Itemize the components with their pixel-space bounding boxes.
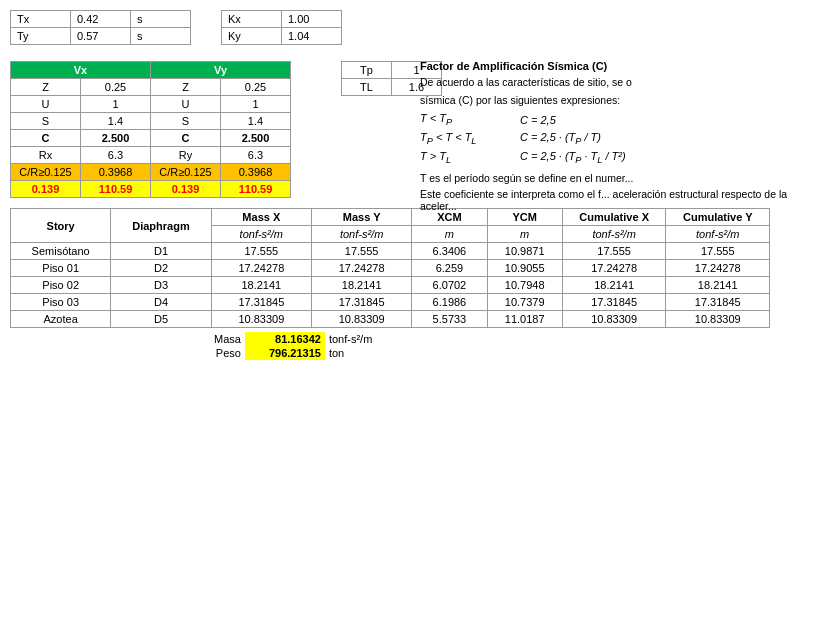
cumy-azotea: 10.83309 xyxy=(666,311,770,328)
cumx-semisotano: 17.555 xyxy=(562,243,666,260)
formula-row-3: T > TL C = 2,5 · (TP · TL / T²) xyxy=(420,150,800,165)
cumy-piso02: 18.2141 xyxy=(666,277,770,294)
massy-piso03: 17.31845 xyxy=(311,294,411,311)
vxvy-row-s: S 1.4 S 1.4 xyxy=(11,113,291,130)
massx-piso03: 17.31845 xyxy=(211,294,311,311)
peso-unit: ton xyxy=(325,346,376,360)
page: Tx 0.42 s Ty 0.57 s Kx 1.00 Ky 1.04 Fact… xyxy=(0,0,829,370)
massy-piso01: 17.24278 xyxy=(311,260,411,277)
masa-row: Masa 81.16342 tonf-s²/m xyxy=(210,332,376,346)
factor-section: Factor de Amplificación Sísmica (C) De a… xyxy=(420,60,800,212)
formula-eq-1: C = 2,5 xyxy=(520,114,556,126)
tx-value: 0.42 xyxy=(71,11,131,28)
vy-u-label: U xyxy=(151,96,221,113)
story-section: Story Diaphragm Mass X Mass Y XCM YCM Cu… xyxy=(10,208,819,360)
ycm-unit: m xyxy=(487,226,562,243)
cumy-semisotano: 17.555 xyxy=(666,243,770,260)
ycm-piso01: 10.9055 xyxy=(487,260,562,277)
vy-z-value: 0.25 xyxy=(221,79,291,96)
vxvy-row-u: U 1 U 1 xyxy=(11,96,291,113)
table-row: Azotea D5 10.83309 10.83309 5.5733 11.01… xyxy=(11,311,770,328)
peso-value: 796.21315 xyxy=(245,346,325,360)
diaphragm-d1: D1 xyxy=(111,243,211,260)
xcm-semisotano: 6.3406 xyxy=(412,243,487,260)
story-table: Story Diaphragm Mass X Mass Y XCM YCM Cu… xyxy=(10,208,770,328)
ycm-piso03: 10.7379 xyxy=(487,294,562,311)
xcm-piso03: 6.1986 xyxy=(412,294,487,311)
top-params: Tx 0.42 s Ty 0.57 s Kx 1.00 Ky 1.04 xyxy=(10,10,819,45)
vx-header: Vx xyxy=(11,62,151,79)
vy-cr-label: C/R≥0.125 xyxy=(151,164,221,181)
vx-cr-label: C/R≥0.125 xyxy=(11,164,81,181)
cumx-azotea: 10.83309 xyxy=(562,311,666,328)
factor-title: Factor de Amplificación Sísmica (C) xyxy=(420,60,800,72)
vx-u-value: 1 xyxy=(81,96,151,113)
vy-cr-value: 0.3968 xyxy=(221,164,291,181)
vxvy-row-c: C 2.500 C 2.500 xyxy=(11,130,291,147)
cumx-piso03: 17.31845 xyxy=(562,294,666,311)
vxvy-row-r: Rx 6.3 Ry 6.3 xyxy=(11,147,291,164)
diaphragm-d5: D5 xyxy=(111,311,211,328)
masa-peso-table: Masa 81.16342 tonf-s²/m Peso 796.21315 t… xyxy=(210,332,376,360)
vy-u-value: 1 xyxy=(221,96,291,113)
cumy-piso03: 17.31845 xyxy=(666,294,770,311)
vy-highlight-value: 110.59 xyxy=(221,181,291,198)
vy-ry-label: Ry xyxy=(151,147,221,164)
massx-piso02: 18.2141 xyxy=(211,277,311,294)
massx-azotea: 10.83309 xyxy=(211,311,311,328)
xcm-unit: m xyxy=(412,226,487,243)
peso-label: Peso xyxy=(210,346,245,360)
tl-label: TL xyxy=(342,79,392,96)
massx-unit: tonf-s²/m xyxy=(211,226,311,243)
formula-cond-2: TP < T < TL xyxy=(420,131,510,146)
massy-semisotano: 17.555 xyxy=(311,243,411,260)
vx-z-label: Z xyxy=(11,79,81,96)
ycm-piso02: 10.7948 xyxy=(487,277,562,294)
ky-label: Ky xyxy=(222,28,282,45)
xcm-azotea: 5.5733 xyxy=(412,311,487,328)
table-row: Piso 03 D4 17.31845 17.31845 6.1986 10.7… xyxy=(11,294,770,311)
ty-label: Ty xyxy=(11,28,71,45)
vx-highlight-value: 110.59 xyxy=(81,181,151,198)
formula-cond-1: T < TP xyxy=(420,112,510,127)
vx-s-value: 1.4 xyxy=(81,113,151,130)
table-row: Piso 02 D3 18.2141 18.2141 6.0702 10.794… xyxy=(11,277,770,294)
factor-note2: Este coeficiente se interpreta como el f… xyxy=(420,188,800,212)
factor-note1: T es el período según se define en el nu… xyxy=(420,172,800,184)
tx-label: Tx xyxy=(11,11,71,28)
col-massx-header: Mass X xyxy=(211,209,311,226)
xcm-piso01: 6.259 xyxy=(412,260,487,277)
tx-unit: s xyxy=(131,11,191,28)
vxvy-row-highlight: 0.139 110.59 0.139 110.59 xyxy=(11,181,291,198)
ycm-semisotano: 10.9871 xyxy=(487,243,562,260)
peso-row: Peso 796.21315 ton xyxy=(210,346,376,360)
story-piso02: Piso 02 xyxy=(11,277,111,294)
massy-unit: tonf-s²/m xyxy=(311,226,411,243)
masa-label: Masa xyxy=(210,332,245,346)
xcm-piso02: 6.0702 xyxy=(412,277,487,294)
ycm-azotea: 11.0187 xyxy=(487,311,562,328)
story-azotea: Azotea xyxy=(11,311,111,328)
vxvy-table: Vx Vy Z 0.25 Z 0.25 U 1 U 1 S 1.4 S 1.4 xyxy=(10,61,291,198)
vx-cr-value: 0.3968 xyxy=(81,164,151,181)
massx-semisotano: 17.555 xyxy=(211,243,311,260)
tx-ty-table: Tx 0.42 s Ty 0.57 s xyxy=(10,10,191,45)
vx-c-label: C xyxy=(11,130,81,147)
story-piso01: Piso 01 xyxy=(11,260,111,277)
ky-value: 1.04 xyxy=(282,28,342,45)
vy-s-label: S xyxy=(151,113,221,130)
cumy-unit: tonf-s²/m xyxy=(666,226,770,243)
formula-eq-3: C = 2,5 · (TP · TL / T²) xyxy=(520,150,626,165)
massy-azotea: 10.83309 xyxy=(311,311,411,328)
massx-piso01: 17.24278 xyxy=(211,260,311,277)
col-story-header: Story xyxy=(11,209,111,243)
vy-s-value: 1.4 xyxy=(221,113,291,130)
vy-c-label: C xyxy=(151,130,221,147)
vx-c-value: 2.500 xyxy=(81,130,151,147)
factor-formulas: T < TP C = 2,5 TP < T < TL C = 2,5 · (TP… xyxy=(420,112,800,166)
factor-desc2: sísmica (C) por las siguientes expresion… xyxy=(420,94,800,106)
vy-z-label: Z xyxy=(151,79,221,96)
kx-value: 1.00 xyxy=(282,11,342,28)
vxvy-row-cr: C/R≥0.125 0.3968 C/R≥0.125 0.3968 xyxy=(11,164,291,181)
kx-ky-table: Kx 1.00 Ky 1.04 xyxy=(221,10,342,45)
